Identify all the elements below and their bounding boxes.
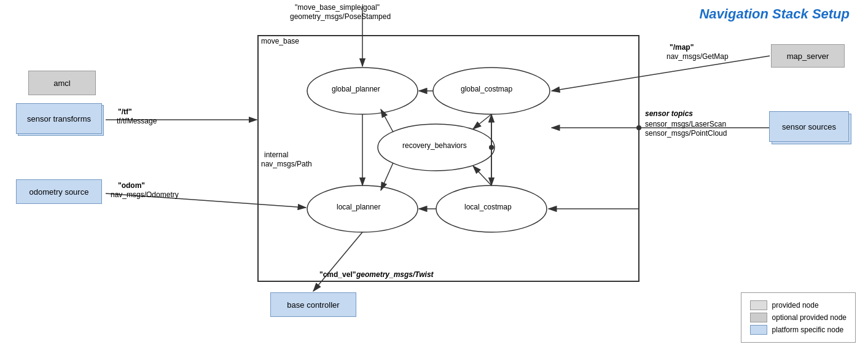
amcl-label: amcl — [53, 79, 70, 88]
legend-item-optional: optional provided node — [750, 313, 846, 322]
map-type-label: nav_msgs/GetMap — [667, 52, 729, 61]
sensor-transforms-label: sensor transforms — [27, 114, 91, 123]
goal-type-label: geometry_msgs/PoseStamped — [290, 12, 391, 21]
recovery-to-local-arrow — [381, 163, 393, 190]
cmd-vel-type-label: geometry_msgs/Twist — [356, 270, 434, 279]
internal-label: internal — [264, 150, 288, 159]
legend: provided node optional provided node pla… — [741, 292, 856, 343]
lcostmap-to-recovery-arrow — [473, 166, 491, 185]
internal-type-label: nav_msgs/Path — [261, 160, 312, 168]
local-planner-label: local_planner — [337, 203, 380, 211]
odom-type-label: nav_msgs/Odometry — [111, 190, 179, 199]
sensor-topics-label: sensor topics — [645, 109, 693, 118]
legend-platform-label: platform specific node — [772, 326, 844, 334]
legend-item-provided: provided node — [750, 300, 846, 310]
odom-topic-label: "odom" — [118, 181, 145, 190]
base-controller-label: base controller — [287, 300, 339, 310]
amcl-node: amcl — [28, 71, 96, 95]
map-topic-label: "/map" — [670, 43, 694, 52]
global-planner-label: global_planner — [332, 85, 380, 93]
lplanner-to-basecontroller-arrow — [313, 232, 362, 291]
sensor-type1-label: sensor_msgs/LaserScan — [645, 120, 726, 128]
legend-optional-label: optional provided node — [772, 313, 846, 322]
goal-topic-label: "move_base_simple/goal" — [295, 3, 380, 12]
odometry-source-node: odometry source — [16, 179, 102, 204]
sensor-sources-label: sensor sources — [782, 122, 836, 131]
legend-provided-swatch — [750, 300, 767, 310]
cmd-vel-topic-label: "cmd_vel" — [319, 270, 356, 279]
local-costmap-label: local_costmap — [464, 203, 512, 211]
legend-platform-swatch — [750, 325, 767, 335]
recovery-behaviors-label: recovery_behaviors — [402, 141, 467, 150]
recovery-to-global-arrow — [381, 109, 393, 132]
tf-type-label: tf/tfMessage — [117, 117, 157, 125]
global-costmap-label: global_costmap — [461, 85, 512, 93]
sensor-type2-label: sensor_msgs/PointCloud — [645, 129, 727, 138]
map-server-node: map_server — [771, 44, 845, 68]
mapserver-to-gcostmap-arrow — [552, 56, 770, 91]
map-server-label: map_server — [787, 52, 829, 61]
legend-provided-label: provided node — [772, 301, 819, 310]
junction-dot — [489, 145, 494, 150]
gcostmap-to-recovery-arrow — [473, 114, 491, 129]
legend-optional-swatch — [750, 313, 767, 322]
odometry-source-label: odometry source — [29, 187, 89, 197]
move-base-label: move_base — [261, 37, 299, 45]
base-controller-node: base controller — [270, 292, 356, 317]
legend-item-platform: platform specific node — [750, 325, 846, 335]
tf-topic-label: "/tf" — [118, 107, 132, 116]
